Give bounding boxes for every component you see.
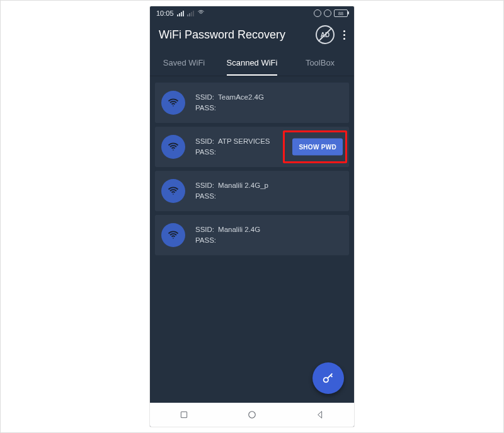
app-bar: WiFi Password Recovery AD <box>150 20 354 49</box>
overflow-menu-icon[interactable] <box>341 26 348 43</box>
network-card[interactable]: SSID:Manalili 2.4G_p PASS: <box>155 171 349 211</box>
no-ads-icon[interactable]: AD <box>316 25 335 44</box>
svg-point-0 <box>173 105 174 107</box>
nav-back-icon[interactable] <box>315 410 325 420</box>
wifi-icon <box>161 91 185 115</box>
ssid-value: ATP SERVICES <box>218 136 270 147</box>
android-nav-bar <box>150 403 354 427</box>
network-info: SSID:ATP SERVICES PASS: <box>195 136 270 158</box>
svg-point-2 <box>173 193 174 195</box>
tab-saved-wifi[interactable]: Saved WiFi <box>150 49 218 76</box>
network-card[interactable]: SSID:ATP SERVICES PASS: SHOW PWD <box>155 127 349 167</box>
network-list: SSID:TeamAce2.4G PASS: SSID:ATP SERVICES… <box>150 76 354 403</box>
svg-rect-5 <box>181 412 186 417</box>
ssid-value: Manalili 2.4G <box>218 224 260 235</box>
svg-point-1 <box>173 149 174 151</box>
svg-point-4 <box>324 378 328 382</box>
network-card[interactable]: SSID:TeamAce2.4G PASS: <box>155 83 349 123</box>
key-icon <box>321 371 335 385</box>
status-time: 10:05 <box>156 9 174 17</box>
status-bar: 10:05 88 <box>150 6 354 20</box>
wifi-icon <box>161 135 185 159</box>
nav-home-icon[interactable] <box>246 409 258 420</box>
signal-icon-2 <box>187 11 194 16</box>
nav-recent-icon[interactable] <box>179 410 189 420</box>
wifi-icon <box>161 179 185 203</box>
network-info: SSID:Manalili 2.4G_p PASS: <box>195 180 268 202</box>
svg-point-3 <box>173 238 174 239</box>
network-info: SSID:TeamAce2.4G PASS: <box>195 92 264 114</box>
signal-icon <box>177 11 184 16</box>
network-card[interactable]: SSID:Manalili 2.4G PASS: <box>155 215 349 255</box>
ssid-value: TeamAce2.4G <box>218 92 264 103</box>
tab-scanned-wifi[interactable]: Scanned WiFi <box>218 49 286 76</box>
app-title: WiFi Password Recovery <box>159 28 316 42</box>
wifi-icon <box>161 223 185 247</box>
ssid-value: Manalili 2.4G_p <box>218 180 268 191</box>
battery-icon: 88 <box>334 9 348 17</box>
tab-toolbox[interactable]: ToolBox <box>286 49 354 76</box>
network-info: SSID:Manalili 2.4G PASS: <box>195 224 260 246</box>
svg-point-6 <box>249 412 256 419</box>
dnd-icon <box>314 9 321 17</box>
alarm-icon <box>324 9 331 17</box>
phone-frame: 10:05 88 WiFi Password Recovery AD Saved… <box>150 6 354 427</box>
show-password-button[interactable]: SHOW PWD <box>292 139 343 156</box>
tabs: Saved WiFi Scanned WiFi ToolBox <box>150 49 354 76</box>
wifi-status-icon <box>197 9 205 18</box>
fab-key-button[interactable] <box>312 362 344 394</box>
